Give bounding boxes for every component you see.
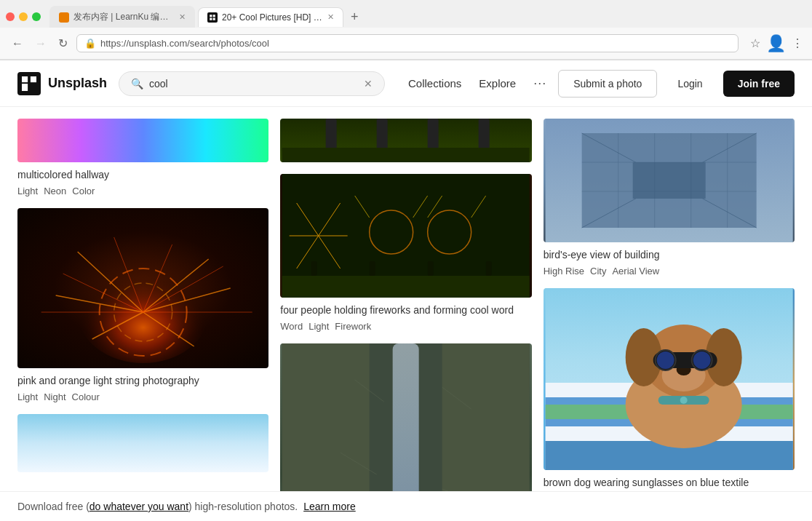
- tag-light-1[interactable]: Light: [17, 186, 38, 196]
- browser-extras: ☆ 👤 ⋮: [750, 34, 803, 53]
- photo-fireworks[interactable]: [280, 174, 531, 298]
- tag-firework[interactable]: Firework: [335, 321, 371, 332]
- photo-title-hallway: multicolored hallway: [17, 168, 268, 181]
- photo-sky[interactable]: [17, 414, 268, 472]
- submit-photo-button[interactable]: Submit a photo: [558, 70, 657, 98]
- tag-night[interactable]: Night: [44, 391, 65, 402]
- svg-rect-59: [632, 162, 705, 199]
- nav-actions: Submit a photo Login Join free: [558, 70, 795, 98]
- photo-card-building: bird's-eye view of building High Rise Ci…: [544, 119, 795, 277]
- new-tab-button[interactable]: +: [346, 8, 363, 26]
- browser-controls: ← → ↻ 🔒 https://unsplash.com/search/phot…: [0, 28, 812, 60]
- svg-rect-4: [22, 84, 28, 91]
- login-button[interactable]: Login: [666, 71, 714, 97]
- window-maximize-button[interactable]: [32, 12, 41, 21]
- tag-high-rise[interactable]: High Rise: [544, 266, 584, 277]
- address-text: https://unsplash.com/search/photos/cool: [100, 38, 269, 49]
- tag-light-2[interactable]: Light: [309, 321, 329, 332]
- tag-city[interactable]: City: [590, 266, 606, 277]
- photo-card-dog: brown dog wearing sunglasses on blue tex…: [544, 288, 795, 504]
- explore-link[interactable]: Explore: [479, 77, 516, 90]
- svg-rect-1: [213, 15, 215, 17]
- tab-label-1: 发布内容 | LearnKu 编程知识社…: [73, 11, 175, 23]
- main-content: multicolored hallway Light Neon Color: [0, 107, 812, 521]
- tag-neon[interactable]: Neon: [44, 186, 66, 196]
- tag-aerial-view[interactable]: Aerial View: [612, 266, 659, 277]
- svg-rect-44: [486, 261, 492, 276]
- cookie-banner: Download free ( do whatever you want ) h…: [0, 491, 812, 521]
- photo-card-fireworks-top: [280, 119, 531, 162]
- window-minimize-button[interactable]: [19, 12, 28, 21]
- navbar: Unsplash 🔍 ✕ Collections Explore ··· Sub…: [0, 60, 812, 107]
- browser-tab-2[interactable]: 20+ Cool Pictures [HD] | Dow… ✕: [198, 7, 343, 27]
- photo-tags-building: High Rise City Aerial View: [544, 266, 795, 277]
- tag-word[interactable]: Word: [280, 321, 303, 332]
- bookmark-icon[interactable]: ☆: [750, 36, 760, 50]
- svg-rect-42: [370, 261, 375, 276]
- browser-tab-1[interactable]: 发布内容 | LearnKu 编程知识社… ✕: [49, 6, 195, 28]
- tag-color[interactable]: Color: [72, 186, 95, 196]
- tag-light-3[interactable]: Light: [17, 391, 38, 402]
- photo-dog[interactable]: [544, 288, 795, 470]
- photo-col-3: bird's-eye view of building High Rise Ci…: [544, 119, 795, 521]
- svg-rect-0: [210, 15, 212, 17]
- svg-rect-40: [282, 276, 530, 298]
- photo-fireworks-top[interactable]: [280, 119, 531, 162]
- photo-grid: multicolored hallway Light Neon Color: [17, 107, 795, 521]
- search-clear-button[interactable]: ✕: [364, 78, 373, 90]
- cookie-text-after: ) high-resolution photos.: [188, 501, 298, 512]
- browser-chrome: 发布内容 | LearnKu 编程知识社… ✕ 20+ Cool Picture…: [0, 0, 812, 60]
- svg-rect-3: [213, 17, 215, 20]
- photo-col-1: multicolored hallway Light Neon Color: [17, 119, 268, 521]
- cookie-text-before: Download free (: [17, 501, 89, 512]
- photo-title-steel-wool: pink and orange light string photography: [17, 374, 268, 387]
- svg-rect-43: [428, 261, 434, 276]
- photo-card-steel-wool: pink and orange light string photography…: [17, 208, 268, 402]
- address-bar[interactable]: 🔒 https://unsplash.com/search/photos/coo…: [76, 34, 739, 52]
- photo-title-fireworks: four people holding fireworks and formin…: [280, 303, 531, 317]
- logo[interactable]: Unsplash: [17, 72, 107, 95]
- tab-close-2[interactable]: ✕: [327, 12, 334, 22]
- photo-building[interactable]: [544, 119, 795, 242]
- svg-rect-41: [311, 261, 317, 276]
- svg-rect-6: [22, 76, 28, 82]
- cookie-link[interactable]: do whatever you want: [89, 501, 188, 512]
- photo-hallway[interactable]: [17, 119, 268, 162]
- svg-rect-26: [282, 148, 530, 162]
- cookie-space: [298, 501, 300, 512]
- search-input[interactable]: [149, 78, 358, 90]
- tag-colour[interactable]: Colour: [72, 391, 100, 402]
- photo-title-dog: brown dog wearing sunglasses on blue tex…: [544, 476, 795, 489]
- forward-button[interactable]: →: [32, 34, 49, 53]
- photo-tags-fireworks: Word Light Firework: [280, 321, 531, 332]
- reload-button[interactable]: ↻: [55, 33, 71, 53]
- photo-tags-steel-wool: Light Night Colour: [17, 391, 268, 402]
- photo-card-sky: [17, 414, 268, 472]
- tab-close-1[interactable]: ✕: [179, 12, 186, 22]
- photo-card-hallway: multicolored hallway Light Neon Color: [17, 119, 268, 196]
- search-icon: 🔍: [131, 78, 143, 90]
- svg-point-84: [680, 397, 687, 404]
- logo-icon: [17, 72, 41, 95]
- svg-point-82: [693, 351, 710, 369]
- svg-rect-5: [31, 76, 36, 82]
- window-close-button[interactable]: [6, 12, 15, 21]
- logo-text: Unsplash: [48, 76, 107, 91]
- lock-icon: 🔒: [84, 38, 96, 49]
- join-button[interactable]: Join free: [723, 71, 795, 97]
- tab-favicon-2: [207, 12, 218, 23]
- collections-link[interactable]: Collections: [408, 77, 461, 90]
- search-bar[interactable]: 🔍 ✕: [119, 71, 385, 96]
- photo-card-fireworks: four people holding fireworks and formin…: [280, 174, 531, 332]
- nav-more-button[interactable]: ···: [533, 76, 546, 91]
- tab-label-2: 20+ Cool Pictures [HD] | Dow…: [222, 12, 323, 23]
- profile-icon[interactable]: 👤: [766, 34, 786, 53]
- nav-links: Collections Explore ···: [408, 76, 546, 91]
- browser-menu-icon[interactable]: ⋮: [792, 36, 803, 50]
- photo-steel-wool[interactable]: [17, 208, 268, 368]
- back-button[interactable]: ←: [9, 34, 26, 53]
- learn-more-link[interactable]: Learn more: [303, 501, 356, 512]
- photo-col-2: four people holding fireworks and formin…: [280, 119, 531, 521]
- tab-bar: 发布内容 | LearnKu 编程知识社… ✕ 20+ Cool Picture…: [0, 0, 812, 28]
- svg-point-81: [656, 351, 674, 369]
